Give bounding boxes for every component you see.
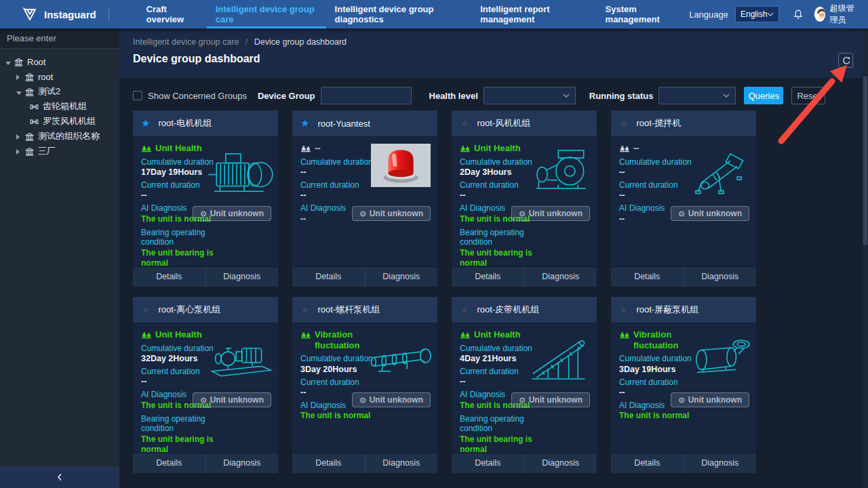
tree-item-third-plant[interactable]: 三厂 [0, 144, 119, 159]
device-group-input[interactable] [321, 87, 412, 104]
organization-icon [25, 87, 34, 96]
status-dot-icon: ⊙ [678, 209, 684, 218]
machine-image [525, 146, 594, 199]
status-dot-icon: ⊙ [200, 396, 206, 405]
card-footer: Details Diagnosis [133, 453, 278, 473]
unit-status-badge: ⊙ Unit unknown [671, 206, 749, 221]
details-button[interactable]: Details [452, 453, 524, 473]
device-group-cards: ★ root-电机机组 Unit Health Cumulative durat… [133, 110, 756, 473]
caret-right-icon[interactable] [16, 131, 23, 142]
details-button[interactable]: Details [133, 453, 205, 473]
details-button[interactable]: Details [292, 267, 365, 287]
card-header: ★ root-搅拌机 [611, 110, 756, 136]
show-concerned-label[interactable]: Show Concerned Groups [148, 91, 247, 101]
details-button[interactable]: Details [452, 267, 524, 287]
machine-health-icon [619, 144, 630, 153]
diagnosis-button[interactable]: Diagnosis [524, 267, 597, 287]
star-icon[interactable]: ★ [300, 117, 309, 129]
tree-item-root-lower[interactable]: root [0, 69, 119, 84]
card-title: root-螺杆泵机组 [317, 304, 380, 316]
tree-item-test-org-name[interactable]: 测试的组织名称 [0, 129, 119, 144]
sidebar: Root root 测试2 齿轮箱机组 罗茨风机机组 测试的组织名称 [0, 28, 119, 488]
unit-status-badge: ⊙ Unit unknown [193, 206, 271, 221]
star-icon[interactable]: ★ [460, 304, 469, 316]
machine-health-icon [141, 144, 152, 153]
chevron-left-icon [56, 473, 63, 481]
card-title: root-屏蔽泵机组 [636, 304, 698, 316]
diagnosis-button[interactable]: Diagnosis [365, 267, 438, 287]
queries-button[interactable]: Queries [744, 87, 783, 104]
star-icon[interactable]: ★ [619, 304, 628, 316]
machine-image [371, 144, 431, 187]
star-icon[interactable]: ★ [619, 117, 628, 129]
machine-image [684, 333, 753, 386]
reset-button[interactable]: Reset [791, 87, 825, 104]
diagnosis-button[interactable]: Diagnosis [205, 453, 279, 473]
details-button[interactable]: Details [611, 267, 684, 287]
bearing-condition-label: Bearing operating condition [460, 414, 549, 434]
refresh-button[interactable] [838, 53, 853, 68]
breadcrumb-separator: / [245, 37, 248, 47]
show-concerned-checkbox[interactable] [133, 91, 142, 100]
diagnosis-button[interactable]: Diagnosis [684, 453, 757, 473]
caret-right-icon[interactable] [16, 146, 23, 157]
running-status-select[interactable] [658, 87, 736, 104]
organization-icon [14, 58, 23, 66]
sidebar-search [0, 28, 119, 49]
card-footer: Details Diagnosis [292, 266, 437, 287]
machine-health-icon [300, 144, 311, 153]
card-footer: Details Diagnosis [133, 266, 278, 287]
card-title: root-皮带机机组 [477, 304, 539, 316]
health-level-select[interactable] [484, 87, 576, 104]
breadcrumb-parent[interactable]: Intelligent device group care [133, 37, 239, 47]
nav-item-report-management[interactable]: Intelligent report management [471, 0, 596, 28]
brand-name: Instaguard [44, 9, 96, 20]
diagnosis-button[interactable]: Diagnosis [684, 267, 757, 287]
details-button[interactable]: Details [292, 453, 365, 473]
caret-right-icon[interactable] [16, 72, 23, 82]
user-name[interactable]: 超级管理员 [830, 3, 859, 26]
star-icon[interactable]: ★ [460, 117, 469, 129]
tree-item-roots-blower-unit[interactable]: 罗茨风机机组 [0, 114, 119, 129]
bearing-condition-label: Bearing operating condition [141, 414, 231, 434]
filter-bar: Show Concerned Groups Device Group Healt… [133, 87, 825, 104]
machine-image [684, 146, 753, 199]
star-icon[interactable]: ★ [141, 304, 150, 316]
nav-item-device-group-diagnostics[interactable]: Intelligent device group diagnostics [326, 0, 472, 28]
caret-down-icon[interactable] [16, 87, 23, 97]
sidebar-collapse-button[interactable] [0, 466, 119, 488]
bearing-condition-value: The unit bearing is normal [460, 248, 549, 266]
divider [108, 7, 109, 21]
search-input[interactable] [7, 33, 126, 43]
device-group-card: ★ root-风机机组 Unit Health Cumulative durat… [452, 110, 597, 287]
details-button[interactable]: Details [133, 267, 205, 287]
bearing-condition-label: Bearing operating condition [460, 228, 549, 247]
nav-item-device-group-care[interactable]: Intelligent device group care [207, 0, 326, 28]
tree-item-root[interactable]: Root [0, 54, 119, 69]
organization-icon [25, 132, 34, 141]
star-icon[interactable]: ★ [300, 304, 309, 316]
user-avatar[interactable] [814, 7, 825, 22]
brand[interactable]: Instaguard [22, 0, 96, 28]
tree-item-test2[interactable]: 测试2 [0, 84, 119, 99]
scrollbar-thumb[interactable] [863, 76, 867, 245]
details-button[interactable]: Details [611, 453, 684, 473]
tree-item-gearbox-unit[interactable]: 齿轮箱机组 [0, 99, 119, 114]
machine-image [525, 333, 594, 386]
notification-bell-icon[interactable] [793, 9, 804, 20]
diagnosis-button[interactable]: Diagnosis [365, 453, 438, 473]
nav-item-craft-overview[interactable]: Craft overview [138, 0, 207, 28]
nav-item-system-management[interactable]: System management [597, 0, 690, 28]
language-select[interactable]: English [735, 6, 779, 22]
status-dot-icon: ⊙ [519, 209, 525, 218]
caret-down-icon[interactable] [5, 57, 12, 67]
diagnosis-button[interactable]: Diagnosis [524, 453, 597, 473]
diagnosis-button[interactable]: Diagnosis [205, 267, 279, 287]
device-group-label: Device Group [258, 91, 315, 101]
refresh-icon [842, 56, 850, 65]
bearing-condition-value: The unit bearing is normal [141, 248, 231, 266]
status-dot-icon: ⊙ [678, 396, 684, 405]
scrollbar[interactable] [863, 28, 868, 488]
star-icon[interactable]: ★ [141, 117, 150, 129]
card-body: -- Cumulative duration -- Current durati… [611, 136, 756, 266]
